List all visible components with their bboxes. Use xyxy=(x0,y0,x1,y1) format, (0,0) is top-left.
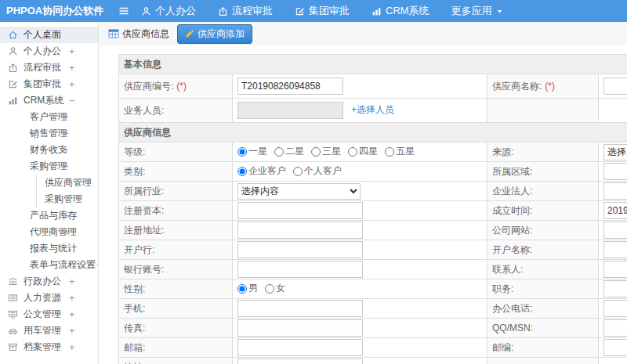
expand-icon[interactable]: + xyxy=(63,144,69,156)
sidebar-item-purchasing[interactable]: 采购管理 xyxy=(36,191,98,207)
bank-account-input[interactable] xyxy=(237,261,363,278)
expand-icon[interactable]: + xyxy=(69,45,75,57)
supplier-code-input[interactable] xyxy=(237,77,343,95)
category-radio-input[interactable] xyxy=(293,167,303,176)
gender-radio-option[interactable]: 女 xyxy=(265,282,285,295)
expand-icon[interactable]: + xyxy=(69,325,75,337)
expand-icon[interactable]: + xyxy=(63,226,69,238)
founding-date-input[interactable] xyxy=(603,202,627,219)
industry-select[interactable]: 选择内容 xyxy=(237,183,361,200)
nav-item-crm-system[interactable]: CRM系统 xyxy=(371,4,429,18)
field-cell: 企业客户个人客户 xyxy=(233,162,487,182)
gender-radio-input[interactable] xyxy=(237,284,247,294)
expand-icon[interactable]: + xyxy=(69,276,75,287)
field-label: 业务人员: xyxy=(119,99,233,123)
sidebar-item-group-approval[interactable]: 集团审批+ xyxy=(0,76,98,92)
region-input[interactable] xyxy=(603,163,627,180)
expand-icon[interactable]: + xyxy=(69,341,75,353)
registered-address-input[interactable] xyxy=(237,222,363,239)
form-row: 注册地址:公司网站: xyxy=(119,221,627,240)
supplier-name-input[interactable] xyxy=(603,77,627,95)
user-icon xyxy=(8,46,18,56)
address-input[interactable] xyxy=(237,359,363,364)
sidebar-item-admin-office[interactable]: 行政办公+ xyxy=(0,273,98,290)
level-radio-option[interactable]: 一星 xyxy=(237,145,267,158)
sidebar-item-product-inventory[interactable]: 产品与库存+ xyxy=(0,207,98,224)
expand-icon[interactable]: + xyxy=(63,210,69,222)
sidebar-item-finance-inout[interactable]: 财务收支+ xyxy=(0,142,98,158)
sidebar-item-personal-desktop[interactable]: 个人桌面 xyxy=(0,27,98,43)
level-radio-option[interactable]: 三星 xyxy=(311,145,341,158)
nav-item-process-approval[interactable]: 流程审批 xyxy=(218,4,273,18)
office-phone-input[interactable] xyxy=(603,300,627,317)
level-radio-input[interactable] xyxy=(237,147,247,157)
sidebar-item-label: 公文管理 xyxy=(24,308,61,321)
collapse-icon[interactable]: − xyxy=(63,160,69,172)
tab-supplier-info[interactable]: 供应商信息 xyxy=(108,27,169,41)
sidebar-item-vehicle-mgmt[interactable]: 用车管理+ xyxy=(0,323,98,339)
sidebar-item-sales-mgmt[interactable]: 销售管理+ xyxy=(0,125,98,142)
category-radio-option[interactable]: 个人客户 xyxy=(293,164,342,178)
postcode-input[interactable] xyxy=(603,339,627,356)
level-radio-input[interactable] xyxy=(348,147,357,157)
expand-icon[interactable]: + xyxy=(69,78,75,90)
sidebar-item-report-stats[interactable]: 报表与统计 xyxy=(0,240,98,257)
sidebar-item-form-flow-settings[interactable]: 表单与流程设置+ xyxy=(0,257,98,273)
sidebar-item-supplier-mgmt[interactable]: 供应商管理 xyxy=(36,175,98,191)
fax-input[interactable] xyxy=(237,319,363,337)
source-select[interactable]: 选择内容 xyxy=(603,144,627,160)
gender-radio-option[interactable]: 男 xyxy=(237,282,258,295)
form-row: 传真:QQ/MSN: xyxy=(119,319,627,338)
section-row: 供应商信息 xyxy=(119,123,627,142)
sidebar-item-archive-mgmt[interactable]: 档案管理+ xyxy=(0,339,98,355)
gender-radio-input[interactable] xyxy=(265,284,274,294)
sidebar-item-document-mgmt[interactable]: 公文管理+ xyxy=(0,306,98,323)
level-radio-input[interactable] xyxy=(311,147,321,157)
app-window: PHPOA协同办公软件 个人办公流程审批集团审批CRM系统更多应用 个人桌面个人… xyxy=(0,0,627,364)
legal-person-input[interactable] xyxy=(603,182,627,200)
bank-branch-input[interactable] xyxy=(237,241,363,258)
level-radio-option[interactable]: 二星 xyxy=(274,145,304,158)
level-radio-option[interactable]: 四星 xyxy=(348,145,378,158)
business-person-input[interactable] xyxy=(237,102,343,119)
registered-capital-input[interactable] xyxy=(237,202,363,219)
expand-icon[interactable]: + xyxy=(69,292,75,304)
content-area: 供应商信息 供应商添加 基本信息供应商编号:(*)供应商名称:(*)业务人员:+… xyxy=(99,22,627,364)
field-label: 所属区域: xyxy=(487,162,599,182)
level-radio-group: 一星二星三星四星五星 xyxy=(237,145,415,158)
tab-supplier-add[interactable]: 供应商添加 xyxy=(177,24,252,44)
sidebar-item-purchase-mgmt[interactable]: 采购管理− xyxy=(0,158,98,175)
collapse-icon[interactable]: − xyxy=(69,95,75,106)
level-radio-input[interactable] xyxy=(274,147,284,157)
nav-item-group-approval[interactable]: 集团审批 xyxy=(295,4,350,18)
nav-item-more-apps[interactable]: 更多应用 xyxy=(451,4,503,18)
qq-msn-input[interactable] xyxy=(603,319,627,337)
position-input[interactable] xyxy=(603,280,627,297)
expand-icon[interactable]: + xyxy=(63,111,69,123)
choose-person-link[interactable]: +选择人员 xyxy=(351,104,394,115)
field-label: 所属行业: xyxy=(119,182,233,201)
field-cell xyxy=(599,299,627,319)
sidebar-item-process-approval[interactable]: 流程审批+ xyxy=(0,59,98,76)
contact-person-input[interactable] xyxy=(603,261,627,278)
menu-toggle-icon[interactable] xyxy=(118,5,130,17)
sidebar-item-customer-mgmt[interactable]: 客户管理+ xyxy=(0,109,98,125)
account-name-input[interactable] xyxy=(603,241,627,258)
category-radio-option[interactable]: 企业客户 xyxy=(237,164,286,178)
level-radio-option[interactable]: 五星 xyxy=(385,145,415,158)
mobile-input[interactable] xyxy=(237,300,363,317)
level-radio-input[interactable] xyxy=(385,147,394,157)
sidebar-item-personal-office[interactable]: 个人办公+ xyxy=(0,43,98,59)
sidebar-item-agent-mgmt[interactable]: 代理商管理+ xyxy=(0,224,98,240)
share-icon xyxy=(218,6,228,16)
sidebar-item-crm-system[interactable]: CRM系统− xyxy=(0,92,98,109)
expand-icon[interactable]: + xyxy=(69,308,75,320)
field-cell xyxy=(599,260,627,279)
sidebar-item-human-resources[interactable]: 人力资源+ xyxy=(0,290,98,306)
expand-icon[interactable]: + xyxy=(69,62,75,74)
company-website-input[interactable] xyxy=(603,222,627,239)
email-input[interactable] xyxy=(237,339,363,356)
nav-item-personal-office[interactable]: 个人办公 xyxy=(141,4,196,18)
expand-icon[interactable]: + xyxy=(63,128,69,139)
category-radio-input[interactable] xyxy=(237,167,247,176)
